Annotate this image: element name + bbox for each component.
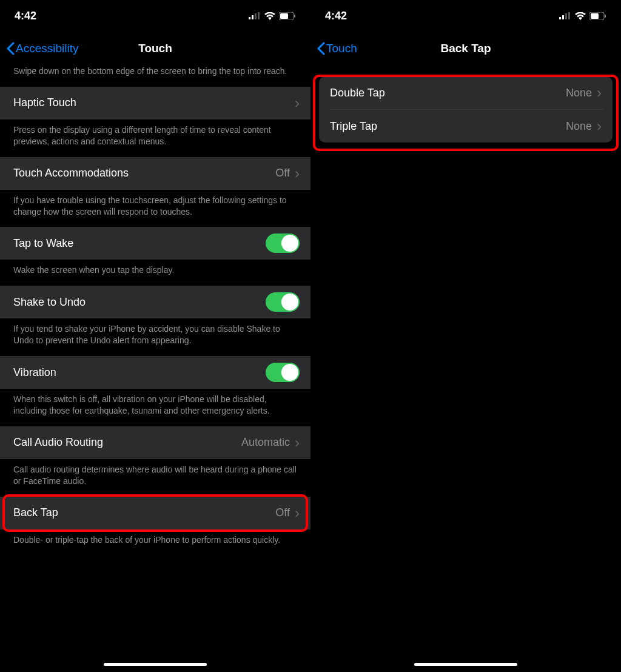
row-value: None bbox=[566, 87, 592, 99]
row-value: None bbox=[566, 120, 592, 133]
home-indicator[interactable] bbox=[104, 663, 207, 666]
svg-rect-9 bbox=[565, 13, 567, 19]
svg-rect-13 bbox=[605, 15, 606, 18]
svg-rect-7 bbox=[559, 17, 561, 19]
status-time: 4:42 bbox=[325, 10, 347, 22]
haptic-touch-row[interactable]: Haptic Touch › bbox=[0, 87, 310, 119]
chevron-right-icon: › bbox=[597, 86, 602, 100]
chevron-right-icon: › bbox=[295, 506, 300, 520]
reachability-desc: Swipe down on the bottom edge of the scr… bbox=[0, 66, 310, 87]
row-label: Double Tap bbox=[330, 87, 566, 99]
tap-to-wake-row: Tap to Wake bbox=[0, 227, 310, 260]
touch-accommodations-row[interactable]: Touch Accommodations Off › bbox=[0, 157, 310, 190]
svg-rect-12 bbox=[591, 13, 599, 19]
settings-list: Swipe down on the bottom edge of the scr… bbox=[0, 66, 310, 672]
shake-to-undo-toggle[interactable] bbox=[266, 292, 300, 312]
nav-bar: Accessibility Touch bbox=[0, 32, 310, 66]
row-value: Off bbox=[275, 506, 290, 519]
row-label: Triple Tap bbox=[330, 120, 566, 133]
status-bar: 4:42 bbox=[0, 0, 310, 32]
row-label: Call Audio Routing bbox=[13, 436, 241, 449]
shake-to-undo-desc: If you tend to shake your iPhone by acci… bbox=[0, 318, 310, 356]
back-tap-row[interactable]: Back Tap Off › bbox=[0, 497, 310, 529]
touch-accommodations-desc: If you have trouble using the touchscree… bbox=[0, 190, 310, 227]
back-button[interactable]: Touch bbox=[317, 42, 357, 55]
wifi-icon bbox=[575, 12, 586, 20]
back-label: Touch bbox=[326, 42, 357, 55]
page-title: Touch bbox=[138, 42, 172, 55]
triple-tap-row[interactable]: Triple Tap None › bbox=[327, 110, 604, 143]
double-tap-row[interactable]: Double Tap None › bbox=[327, 76, 604, 109]
svg-rect-10 bbox=[568, 12, 570, 19]
chevron-right-icon: › bbox=[295, 96, 300, 110]
svg-rect-6 bbox=[294, 15, 295, 18]
back-tap-group: Double Tap None › Triple Tap None › bbox=[319, 76, 613, 143]
back-label: Accessibility bbox=[16, 42, 78, 55]
row-label: Shake to Undo bbox=[13, 296, 266, 309]
home-indicator[interactable] bbox=[414, 663, 517, 666]
shake-to-undo-row: Shake to Undo bbox=[0, 286, 310, 318]
row-label: Vibration bbox=[13, 366, 266, 379]
settings-list: Double Tap None › Triple Tap None › bbox=[310, 66, 621, 672]
chevron-right-icon: › bbox=[295, 435, 300, 450]
svg-rect-3 bbox=[258, 12, 260, 19]
row-label: Back Tap bbox=[13, 506, 275, 519]
row-label: Touch Accommodations bbox=[13, 167, 275, 180]
row-value: Automatic bbox=[241, 436, 290, 449]
tap-to-wake-desc: Wake the screen when you tap the display… bbox=[0, 260, 310, 286]
status-time: 4:42 bbox=[15, 10, 36, 22]
back-tap-desc: Double- or triple-tap the back of your i… bbox=[0, 529, 310, 556]
svg-rect-1 bbox=[252, 15, 253, 19]
battery-icon bbox=[279, 12, 296, 20]
svg-rect-2 bbox=[255, 13, 257, 19]
svg-rect-8 bbox=[562, 15, 564, 19]
chevron-left-icon bbox=[317, 42, 325, 55]
vibration-toggle[interactable] bbox=[266, 363, 300, 382]
vibration-row: Vibration bbox=[0, 356, 310, 389]
back-button[interactable]: Accessibility bbox=[6, 42, 78, 55]
row-label: Tap to Wake bbox=[13, 237, 266, 250]
haptic-touch-desc: Press on the display using a different l… bbox=[0, 119, 310, 157]
status-bar: 4:42 bbox=[310, 0, 621, 32]
back-tap-settings-screen: 4:42 Touch Back Tap Double Tap None › Tr bbox=[310, 0, 621, 672]
touch-settings-screen: 4:42 Accessibility Touch Swipe down on t… bbox=[0, 0, 310, 672]
page-title: Back Tap bbox=[440, 42, 491, 55]
chevron-left-icon bbox=[6, 42, 15, 55]
battery-icon bbox=[589, 12, 606, 20]
chevron-right-icon: › bbox=[295, 166, 300, 181]
tap-to-wake-toggle[interactable] bbox=[266, 234, 300, 253]
call-audio-routing-row[interactable]: Call Audio Routing Automatic › bbox=[0, 426, 310, 459]
svg-rect-5 bbox=[280, 13, 288, 19]
call-audio-desc: Call audio routing determines where audi… bbox=[0, 459, 310, 497]
cellular-icon bbox=[249, 12, 261, 19]
wifi-icon bbox=[264, 12, 275, 20]
vibration-desc: When this switch is off, all vibration o… bbox=[0, 389, 310, 426]
cellular-icon bbox=[559, 12, 571, 19]
chevron-right-icon: › bbox=[597, 119, 602, 133]
row-value: Off bbox=[275, 167, 290, 180]
nav-bar: Touch Back Tap bbox=[310, 32, 621, 66]
row-label: Haptic Touch bbox=[13, 96, 295, 109]
svg-rect-0 bbox=[249, 17, 250, 19]
